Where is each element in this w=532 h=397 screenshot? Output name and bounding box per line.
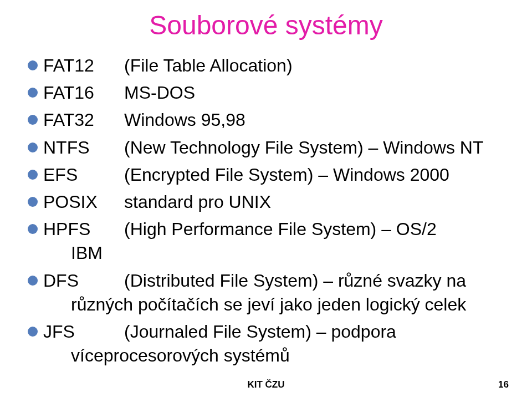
slide-title: Souborové systémy (0, 10, 532, 40)
footer-text: KIT ČZU (247, 379, 284, 390)
item-desc: MS-DOS (124, 81, 515, 105)
item-label: HPFS (43, 217, 124, 241)
list-item: JFS (Journaled File System) – podpora (28, 320, 515, 344)
item-desc: (Journaled File System) – podpora (124, 320, 515, 344)
bullet-icon (28, 224, 38, 234)
item-label: FAT16 (43, 81, 124, 105)
item-label: JFS (43, 320, 124, 344)
bullet-icon (28, 115, 38, 125)
list-item: POSIX standard pro UNIX (28, 190, 515, 214)
item-label: FAT32 (43, 108, 124, 132)
list-item: FAT32 Windows 95,98 (28, 108, 515, 132)
item-label: POSIX (43, 190, 124, 214)
item-label: DFS (43, 269, 124, 293)
item-desc: (Distributed File System) – různé svazky… (124, 269, 515, 293)
list-item: EFS (Encrypted File System) – Windows 20… (28, 163, 515, 187)
item-desc: Windows 95,98 (124, 108, 515, 132)
item-subline: IBM (28, 241, 515, 265)
footer: KIT ČZU 16 (0, 379, 532, 390)
bullet-icon (28, 142, 38, 152)
list-item: FAT16 MS-DOS (28, 81, 515, 105)
item-desc: (Encrypted File System) – Windows 2000 (124, 163, 515, 187)
list-item: DFS (Distributed File System) – různé sv… (28, 269, 515, 293)
item-desc: (File Table Allocation) (124, 54, 515, 78)
item-desc: standard pro UNIX (124, 190, 515, 214)
item-continuation: různých počítačích se jeví jako jeden lo… (28, 293, 515, 317)
content-area: FAT12 (File Table Allocation) FAT16 MS-D… (0, 54, 532, 368)
item-continuation: víceprocesorových systémů (28, 344, 515, 368)
bullet-icon (28, 276, 38, 286)
bullet-icon (28, 88, 38, 98)
bullet-icon (28, 170, 38, 180)
item-label: NTFS (43, 136, 124, 160)
item-label: EFS (43, 163, 124, 187)
bullet-icon (28, 327, 38, 337)
slide: Souborové systémy FAT12 (File Table Allo… (0, 0, 532, 397)
bullet-icon (28, 60, 38, 70)
list-item: HPFS (High Performance File System) – OS… (28, 217, 515, 241)
page-number: 16 (498, 379, 509, 390)
item-label: FAT12 (43, 54, 124, 78)
item-desc: (High Performance File System) – OS/2 (124, 217, 515, 241)
bullet-icon (28, 197, 38, 207)
list-item: NTFS (New Technology File System) – Wind… (28, 136, 515, 160)
item-desc: (New Technology File System) – Windows N… (124, 136, 515, 160)
list-item: FAT12 (File Table Allocation) (28, 54, 515, 78)
